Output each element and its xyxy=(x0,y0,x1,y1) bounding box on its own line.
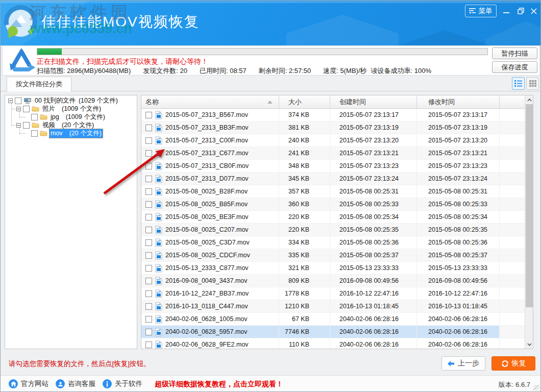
about-link[interactable]: 关于软件 xyxy=(103,379,142,388)
row-checkbox[interactable] xyxy=(145,252,152,259)
minimize-button[interactable] xyxy=(500,5,513,17)
column-header-name[interactable]: 名称 xyxy=(141,95,279,108)
save-progress-button[interactable]: 保存进度 xyxy=(492,61,537,73)
table-row[interactable]: 2040-02-06_0628_5957.mov7746 KB2040-02-0… xyxy=(141,326,525,338)
file-created-cell: 2040-02-06 06:28:16 xyxy=(330,338,417,349)
row-checkbox[interactable] xyxy=(145,329,152,335)
tutorial-link[interactable]: 超级详细数据恢复教程，点击立即观看！ xyxy=(155,380,283,389)
file-created-cell: 2015-05-08 00:25:33 xyxy=(330,198,417,211)
table-row[interactable]: 2015-05-07_2313_B567.mov374 KB2015-05-07… xyxy=(141,109,525,121)
table-row[interactable]: 2015-05-07_2313_BB3F.mov381 KB2015-05-07… xyxy=(141,121,525,134)
row-checkbox[interactable] xyxy=(145,125,152,131)
scan-stat: 速度: 5(MB)/秒 xyxy=(323,67,366,75)
list-view-button[interactable] xyxy=(512,77,525,90)
recover-label: 恢复 xyxy=(512,359,526,368)
movie-file-icon xyxy=(155,175,162,183)
tree-item-视频[interactable]: 视频(20 个文件) xyxy=(5,121,137,129)
row-checkbox[interactable] xyxy=(145,112,152,118)
filler-cell xyxy=(500,147,525,160)
row-checkbox[interactable] xyxy=(145,163,152,169)
filler-cell xyxy=(500,287,525,300)
customer-service-link[interactable]: 咨询客服 xyxy=(56,379,95,388)
file-name-cell: 2015-05-07_2313_CB0F.mov xyxy=(141,160,279,173)
tree-checkbox[interactable] xyxy=(31,130,38,137)
table-row[interactable]: 2015-05-07_2313_CB0F.mov348 KB2015-05-07… xyxy=(141,160,525,173)
file-name-cell: 2015-05-08_0025_B28F.mov xyxy=(141,185,279,198)
row-checkbox[interactable] xyxy=(145,214,152,220)
table-row[interactable]: 2016-10-13_0118_C447.mov1210 KB2016-10-1… xyxy=(141,300,525,313)
table-row[interactable]: 2015-05-08_0025_BE3F.mov220 KB2015-05-08… xyxy=(141,211,525,224)
tree-expander-icon[interactable] xyxy=(16,107,21,111)
tree-checkbox[interactable] xyxy=(15,97,21,104)
file-name-cell: 2015-05-07_2313_C00F.mov xyxy=(141,134,279,147)
file-name: 2040-02-06_0628_1005.mov xyxy=(165,315,248,323)
row-checkbox[interactable] xyxy=(145,150,152,157)
row-checkbox[interactable] xyxy=(145,201,152,208)
file-name: 2015-05-08_0025_B28F.mov xyxy=(165,188,248,195)
row-checkbox[interactable] xyxy=(145,227,152,233)
menu-button[interactable]: 菜单 xyxy=(465,5,497,17)
column-header-size[interactable]: 大小 xyxy=(279,95,330,108)
scroll-down-arrow[interactable] xyxy=(525,340,533,349)
table-row[interactable]: 2040-02-06_0628_1005.mov67 KB2040-02-06 … xyxy=(141,313,525,326)
table-row[interactable]: 2015-05-08_0025_CDCF.mov335 KB2015-05-08… xyxy=(141,249,525,262)
table-row[interactable]: 2015-05-08_0025_B85F.mov360 KB2015-05-08… xyxy=(141,198,525,211)
table-row[interactable]: 2040-02-06_0628_9FE2.mov110 KB2040-02-06… xyxy=(141,338,525,349)
recover-button[interactable]: 恢复 xyxy=(491,356,535,371)
tree-checkbox[interactable] xyxy=(23,106,30,112)
file-size-cell: 67 KB xyxy=(279,313,330,326)
file-name: 2015-05-07_2313_BB3F.mov xyxy=(165,124,249,131)
row-checkbox[interactable] xyxy=(145,278,152,284)
tree-checkbox[interactable] xyxy=(31,114,38,120)
file-modified-cell: 2040-02-06 06:28:16 xyxy=(417,313,500,326)
scan-panel: 正在扫描文件，扫描完成后才可以恢复，请耐心等待！ 扫描范围: 2896(MB)/… xyxy=(2,45,540,76)
row-checkbox[interactable] xyxy=(145,239,152,246)
maximize-button[interactable] xyxy=(514,5,527,17)
row-checkbox[interactable] xyxy=(145,188,152,195)
row-checkbox[interactable] xyxy=(145,341,152,348)
tree-item-mov[interactable]: mov(20 个文件) xyxy=(5,129,137,137)
pause-scan-button[interactable]: 暂停扫描 xyxy=(492,47,537,59)
table-row[interactable]: 2015-05-07_2313_D077.mov345 KB2015-05-07… xyxy=(141,173,525,185)
grid-view-button[interactable] xyxy=(526,77,539,90)
row-checkbox[interactable] xyxy=(145,176,152,182)
row-checkbox[interactable] xyxy=(145,265,152,272)
tree-item-00-找到的文件[interactable]: 00 找到的文件(1029 个文件) xyxy=(5,96,137,105)
file-modified-cell: 2015-05-08 00:25:37 xyxy=(417,249,500,262)
table-row[interactable]: 2016-10-12_2247_BB37.mov1778 KB2016-10-1… xyxy=(141,287,525,300)
table-row[interactable]: 2015-05-08_0025_B28F.mov357 KB2015-05-08… xyxy=(141,185,525,198)
table-row[interactable]: 2015-05-13_2333_C877.mov321 KB2015-05-13… xyxy=(141,262,525,275)
official-site-link[interactable]: 官方网站 xyxy=(9,379,48,388)
table-row[interactable]: 2015-05-07_2313_C677.mov241 KB2015-05-07… xyxy=(141,147,525,160)
scrollbar-thumb[interactable] xyxy=(526,104,533,307)
filler-cell xyxy=(500,160,525,173)
table-row[interactable]: 2015-05-07_2313_C00F.mov240 KB2015-05-07… xyxy=(141,134,525,147)
tree-item-jpg[interactable]: jpg(1009 个文件) xyxy=(5,113,137,121)
link-label: 咨询客服 xyxy=(68,379,95,388)
tree-expander-icon[interactable] xyxy=(16,123,21,128)
tree-checkbox[interactable] xyxy=(23,122,30,129)
file-modified-cell: 2015-05-07 23:13:21 xyxy=(417,147,500,160)
filler-cell xyxy=(500,326,525,338)
tab-file-path[interactable]: 按文件路径分类 xyxy=(7,77,71,91)
tree-expander-icon[interactable] xyxy=(8,99,13,103)
column-header-created[interactable]: 创建时间 xyxy=(330,95,417,108)
row-checkbox[interactable] xyxy=(145,290,152,297)
resize-grip[interactable] xyxy=(533,385,539,391)
table-row[interactable]: 2015-05-08_0025_C207.mov220 KB2015-05-08… xyxy=(141,224,525,236)
tree-item-照片[interactable]: 照片(1009 个文件) xyxy=(5,105,137,113)
scroll-up-arrow[interactable] xyxy=(525,95,533,104)
table-row[interactable]: 2015-05-08_0025_C3D7.mov334 KB2015-05-08… xyxy=(141,236,525,249)
table-row[interactable]: 2016-09-08_0049_3437.mov809 KB2016-09-08… xyxy=(141,275,525,287)
back-button[interactable]: 上一步 xyxy=(441,356,485,371)
link-label: 关于软件 xyxy=(115,379,142,388)
vertical-scrollbar[interactable] xyxy=(525,95,533,349)
file-modified-cell: 2040-02-06 06:28:16 xyxy=(417,326,500,338)
close-button[interactable] xyxy=(527,5,540,17)
row-checkbox[interactable] xyxy=(145,303,152,310)
watermark-line2: www.pc0359.cn xyxy=(30,21,132,37)
file-size-cell: 110 KB xyxy=(279,338,330,349)
row-checkbox[interactable] xyxy=(145,137,152,144)
row-checkbox[interactable] xyxy=(145,316,152,323)
column-header-modified[interactable]: 修改时间 xyxy=(417,95,500,108)
